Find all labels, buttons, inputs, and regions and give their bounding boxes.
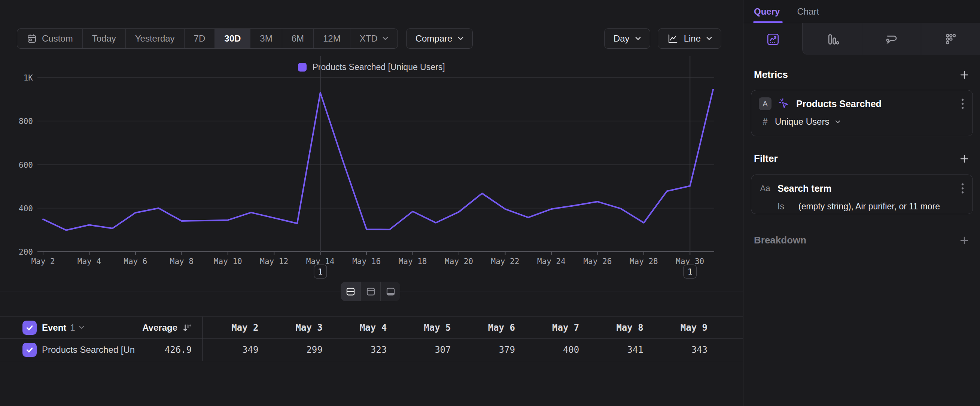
event-column-header[interactable]: Event 1 bbox=[42, 322, 135, 333]
y-tick-label: 600 bbox=[19, 161, 33, 170]
x-tick-label: May 16 bbox=[352, 257, 381, 266]
value-cell: 307 bbox=[396, 345, 460, 355]
sidebar-tabs: Query Chart bbox=[743, 0, 980, 23]
plus-icon bbox=[959, 235, 970, 246]
x-tick-label: May 22 bbox=[491, 257, 520, 266]
row-value-cells: 349299323307379400341343 bbox=[204, 345, 743, 355]
filter-condition-row: Is (empty string), Air purifier, or 11 m… bbox=[751, 200, 972, 213]
date-column-header: May 9 bbox=[653, 322, 717, 333]
date-column-header: May 4 bbox=[332, 322, 396, 333]
date-columns-header: May 2May 3May 4May 5May 6May 7May 8May 9 bbox=[204, 322, 743, 333]
filter-options-button[interactable] bbox=[961, 183, 965, 194]
date-column-header: May 5 bbox=[396, 322, 460, 333]
kebab-icon bbox=[961, 98, 964, 109]
date-column-header: May 2 bbox=[204, 322, 268, 333]
row-name-cell: Products Searched [Un... bbox=[42, 345, 135, 355]
breakdown-section-header: Breakdown bbox=[754, 234, 970, 246]
filter-card[interactable]: Aa Search term Is (empty string), Air pu… bbox=[751, 175, 973, 214]
date-column-header: May 7 bbox=[525, 322, 589, 333]
layout-table-only-button[interactable] bbox=[380, 282, 400, 301]
metrics-title: Metrics bbox=[754, 69, 788, 81]
value-cell: 343 bbox=[653, 345, 717, 355]
tab-query-label: Query bbox=[754, 6, 780, 17]
check-icon bbox=[25, 346, 34, 354]
funnels-icon bbox=[825, 32, 840, 47]
check-icon bbox=[25, 323, 34, 332]
average-label: Average bbox=[142, 322, 177, 333]
add-breakdown-button[interactable] bbox=[959, 235, 970, 246]
x-tick-label: May 26 bbox=[583, 257, 612, 266]
event-label: Event bbox=[42, 322, 66, 333]
layout-chart-only-button[interactable] bbox=[361, 282, 380, 301]
filter-title: Filter bbox=[754, 153, 778, 164]
x-tick-label: May 18 bbox=[399, 257, 427, 266]
add-filter-button[interactable] bbox=[959, 153, 970, 164]
x-tick-label: May 6 bbox=[124, 257, 147, 266]
plus-icon bbox=[959, 69, 970, 81]
sort-icon bbox=[182, 323, 192, 333]
query-sidebar: Query Chart Metrics A Products Searched bbox=[743, 0, 980, 406]
annotation-badge-label: 1 bbox=[318, 267, 323, 276]
y-tick-label: 400 bbox=[19, 204, 33, 213]
tab-query[interactable]: Query bbox=[754, 0, 780, 23]
main-panel: CustomTodayYesterday7D30D3M6M12MXTD Comp… bbox=[0, 0, 743, 406]
filter-property-name: Search term bbox=[778, 183, 955, 194]
y-tick-label: 1K bbox=[24, 73, 33, 83]
report-tab-flows[interactable] bbox=[862, 23, 921, 55]
series-name: Products Searched [Un... bbox=[42, 345, 135, 355]
value-cell: 379 bbox=[460, 345, 525, 355]
row-checkbox-cell bbox=[22, 343, 42, 357]
date-column-header: May 6 bbox=[460, 322, 525, 333]
metric-card[interactable]: A Products Searched # Unique Users bbox=[751, 90, 973, 136]
value-cell: 349 bbox=[204, 345, 268, 355]
value-cell: 323 bbox=[332, 345, 396, 355]
report-tab-funnels[interactable] bbox=[802, 23, 861, 55]
event-icon bbox=[778, 97, 790, 110]
value-cell: 341 bbox=[589, 345, 652, 355]
chevron-down-icon bbox=[835, 120, 840, 124]
filter-operator[interactable]: Is bbox=[778, 202, 788, 212]
select-all-checkbox[interactable] bbox=[22, 321, 37, 335]
kebab-icon bbox=[961, 183, 964, 194]
x-tick-label: May 12 bbox=[260, 257, 288, 266]
metrics-section-header: Metrics bbox=[754, 69, 970, 81]
layout-split-button[interactable] bbox=[340, 282, 361, 301]
report-tab-retention[interactable] bbox=[921, 23, 980, 55]
report-tab-insights[interactable] bbox=[743, 23, 802, 55]
x-tick-label: May 2 bbox=[31, 257, 55, 266]
insights-icon bbox=[765, 32, 781, 47]
row-checkbox[interactable] bbox=[22, 343, 37, 357]
top-layout-icon bbox=[366, 287, 376, 297]
tab-chart-label: Chart bbox=[797, 6, 819, 17]
x-tick-label: May 24 bbox=[537, 257, 566, 266]
table-column-divider bbox=[202, 317, 202, 361]
add-metric-button[interactable] bbox=[959, 69, 970, 81]
report-type-tabs bbox=[743, 23, 980, 55]
property-type-badge: Aa bbox=[759, 183, 772, 193]
table-row[interactable]: Products Searched [Un... 426.9 349299323… bbox=[0, 339, 743, 361]
plus-icon bbox=[959, 153, 970, 164]
metric-letter-badge: A bbox=[759, 97, 772, 110]
metric-options-button[interactable] bbox=[961, 98, 965, 109]
layout-toggle-group bbox=[340, 282, 400, 301]
line-chart[interactable]: 2004006008001KMay 2May 4May 6May 8May 10… bbox=[0, 0, 743, 292]
x-tick-label: May 20 bbox=[445, 257, 473, 266]
x-tick-label: May 4 bbox=[78, 257, 101, 266]
series-line[interactable] bbox=[43, 89, 713, 230]
annotation-badge-label: 1 bbox=[688, 267, 692, 276]
average-column-header[interactable]: Average bbox=[135, 322, 192, 333]
counting-method-dropdown[interactable]: Unique Users bbox=[775, 116, 829, 127]
metric-counting-row: # Unique Users bbox=[751, 115, 972, 129]
filter-values[interactable]: (empty string), Air purifier, or 11 more bbox=[799, 202, 940, 212]
tab-chart[interactable]: Chart bbox=[797, 0, 819, 23]
filter-section-header: Filter bbox=[754, 153, 970, 164]
y-tick-label: 800 bbox=[19, 117, 33, 126]
chevron-down-icon bbox=[79, 326, 84, 329]
metric-name: Products Searched bbox=[796, 99, 955, 109]
header-checkbox-cell bbox=[22, 321, 42, 335]
date-column-header: May 3 bbox=[268, 322, 332, 333]
x-tick-label: May 8 bbox=[170, 257, 194, 266]
flows-icon bbox=[884, 32, 899, 47]
bottom-layout-icon bbox=[385, 287, 396, 297]
count-type-prefix: # bbox=[761, 117, 769, 127]
